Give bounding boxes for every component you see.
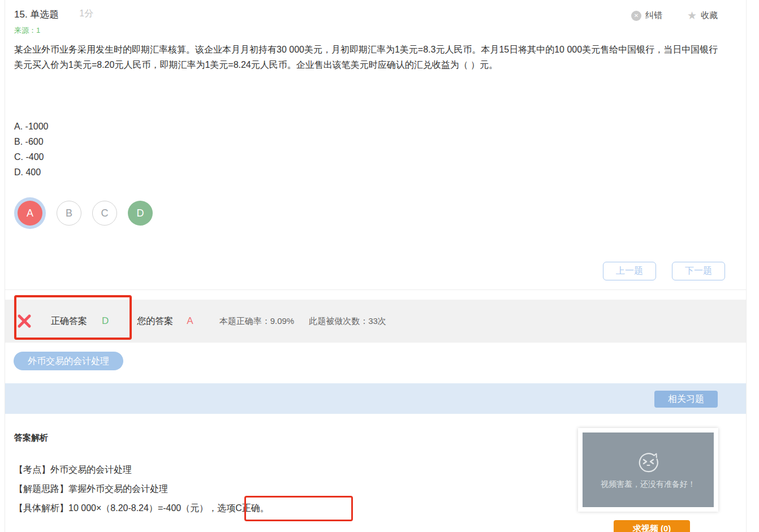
your-answer-value: A xyxy=(187,315,193,327)
accuracy-label: 本题正确率： xyxy=(219,316,270,326)
video-placeholder: 视频害羞，还没有准备好！ xyxy=(583,432,714,507)
option-b: B. -600 xyxy=(14,134,737,149)
option-d: D. 400 xyxy=(14,165,737,180)
analysis-detail-text: 【具体解析】10 000×（8.20-8.24）=-400（元） xyxy=(14,503,208,513)
star-icon: ★ xyxy=(687,11,697,21)
question-options: A. -1000 B. -600 C. -400 D. 400 xyxy=(14,119,737,180)
option-a: A. -1000 xyxy=(14,119,737,134)
choice-d-correct[interactable]: D xyxy=(128,201,153,226)
favorite-button[interactable]: ★ 收藏 xyxy=(687,10,718,21)
report-error-button[interactable]: ✕ 纠错 xyxy=(631,10,662,21)
answer-choices: A B C D xyxy=(14,197,737,229)
correct-answer-label: 正确答案 xyxy=(51,315,87,327)
related-bar: 相关习题 xyxy=(5,383,746,414)
choice-a-selected[interactable]: A xyxy=(18,201,42,226)
accuracy-value: 9.09% xyxy=(270,316,295,326)
times-label: 此题被做次数： xyxy=(309,316,368,326)
shy-face-icon xyxy=(636,450,660,474)
next-question-button[interactable]: 下一题 xyxy=(672,262,725,280)
times-stat: 此题被做次数：33次 xyxy=(309,316,386,327)
correct-answer-value: D xyxy=(102,315,109,327)
knowledge-tag[interactable]: 外币交易的会计处理 xyxy=(14,352,123,370)
prev-question-button[interactable]: 上一题 xyxy=(603,262,656,280)
video-placeholder-text: 视频害羞，还没有准备好！ xyxy=(601,479,696,490)
times-value: 33次 xyxy=(368,316,386,326)
favorite-label: 收藏 xyxy=(701,10,718,21)
video-card: 视频害羞，还没有准备好！ xyxy=(578,428,718,512)
question-nav: 上一题 下一题 xyxy=(603,262,725,280)
choice-b[interactable]: B xyxy=(57,201,81,226)
option-c: C. -400 xyxy=(14,149,737,165)
question-actions: ✕ 纠错 ★ 收藏 xyxy=(631,10,737,21)
question-text: 某企业外币业务采用发生时的即期汇率核算。该企业本月月初持有30 000美元，月初… xyxy=(14,42,727,72)
circle-x-icon: ✕ xyxy=(631,11,641,21)
question-card: 15. 单选题 1分 ✕ 纠错 ★ 收藏 来源：1 某企业外币业务采用发生时的即… xyxy=(5,0,746,290)
accuracy-stat: 本题正确率：9.09% xyxy=(219,316,295,327)
tag-row: 外币交易的会计处理 xyxy=(14,352,746,370)
wrong-x-icon xyxy=(17,314,32,328)
question-header: 15. 单选题 1分 ✕ 纠错 ★ 收藏 xyxy=(14,8,737,21)
analysis-detail-highlight: ，选项C正确。 xyxy=(208,503,269,513)
report-error-label: 纠错 xyxy=(645,10,662,21)
result-bar: 正确答案 D 您的答案 A 本题正确率：9.09% 此题被做次数：33次 xyxy=(5,300,746,343)
request-video-button[interactable]: 求视频 (0) xyxy=(614,520,690,532)
related-exercises-button[interactable]: 相关习题 xyxy=(654,391,718,408)
choice-c[interactable]: C xyxy=(92,201,117,226)
question-source: 来源：1 xyxy=(14,25,737,36)
question-score: 1分 xyxy=(79,8,93,20)
exam-practice-page: 15. 单选题 1分 ✕ 纠错 ★ 收藏 来源：1 某企业外币业务采用发生时的即… xyxy=(0,0,759,532)
main-content: 15. 单选题 1分 ✕ 纠错 ★ 收藏 来源：1 某企业外币业务采用发生时的即… xyxy=(5,0,747,532)
question-title: 15. 单选题 xyxy=(14,8,59,21)
your-answer-label: 您的答案 xyxy=(137,315,173,327)
